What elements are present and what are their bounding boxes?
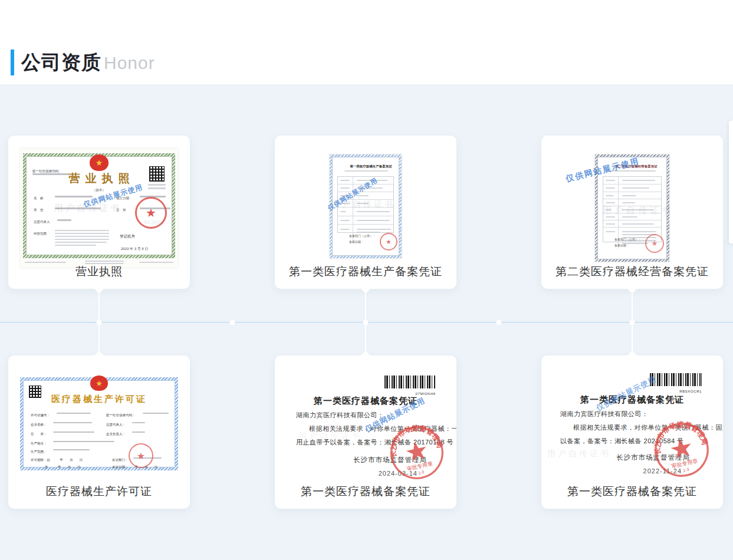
field-label: 生产地址： [31, 441, 47, 446]
field-label: 企业负责人： [106, 431, 126, 436]
business-license-image: ★ 统一社会信用代码 营业执照 （副本） 名 称 类 型 法定代表人 [20, 149, 178, 268]
certificate-caption: 第一类医疗器械生产备案凭证 [275, 264, 456, 279]
accent-bar [11, 50, 14, 75]
section-title: 公司资质 [21, 50, 101, 75]
card-production-license[interactable]: ★ 医疗器械生产许可证 许可证编号： 统一社会信用代码： 企业名称： 法定代表人… [8, 355, 190, 509]
issuer-label: 登记机关 [120, 233, 135, 239]
certificate-caption: 第一类医疗器械备案凭证 [541, 484, 723, 499]
certificate-image: 第一类医疗器械生产备案凭证 备案部门（公章）： 备案日期： [330, 154, 402, 258]
section-header: 公司资质 Honor [0, 0, 733, 84]
field-name-label: 名 称 [34, 196, 44, 200]
certificate-caption: 医疗器械生产许可证 [8, 484, 190, 499]
field-label: 住 所： [31, 431, 47, 436]
official-stamp: ★ [645, 234, 664, 253]
card-class1-filing-tourniquet[interactable]: 07MION48 第一类医疗器械备案凭证 湖南力宾医疗科技有限公司： 根据相关法… [275, 355, 456, 509]
cert-title: 第一类医疗器械备案凭证 [275, 396, 456, 407]
filing-date-label: 备案日期： [614, 241, 644, 252]
certificate-image: 第二类医疗器械经营备案凭证 [595, 154, 669, 262]
card-business-license[interactable]: ★ 统一社会信用代码 营业执照 （副本） 名 称 类 型 法定代表人 [8, 136, 190, 289]
field-label: 法定代表人： [106, 422, 126, 427]
scrollbar-thumb[interactable] [729, 121, 733, 243]
timeline-dot [630, 320, 635, 325]
cert-table [603, 176, 662, 242]
national-emblem-icon: ★ [90, 154, 109, 171]
barcode [650, 373, 702, 386]
card-class1-production-filing[interactable]: 第一类医疗器械生产备案凭证 备案部门（公章）： 备案日期： [275, 136, 456, 289]
timeline-dot [363, 320, 369, 325]
issue-date: 2023 年 3 月 9 日 [121, 246, 148, 251]
company-line: 湖南力宾医疗科技有限公司： [296, 411, 384, 420]
company-honor-page: 公司资质 Honor ★ 统一社会信用代码 营业执照 （副本） [0, 0, 733, 560]
svg-text:1-3: 1-3 [418, 470, 424, 475]
card-class2-operation-filing[interactable]: 第二类医疗器械经营备案凭证 [541, 136, 723, 289]
field-label: 生产范围： [31, 449, 47, 454]
cert-border: 第二类医疗器械经营备案凭证 [595, 154, 669, 262]
cert-table [337, 176, 394, 233]
field-label: 企业名称： [31, 422, 47, 427]
timeline-dot [97, 320, 102, 325]
card-class1-filing-fixation-strap[interactable]: RBSXOCR1 第一类医疗器械备案凭证 湖南力宾医疗科技有限公司： 根据相关法… [541, 355, 723, 509]
validity-from: 许可期限：自 年 月 日 [31, 457, 83, 462]
official-stamp: 长沙市市场监督管理局 审批专用章 1-3 [648, 416, 715, 483]
svg-text:1-3: 1-3 [682, 467, 689, 473]
field-label: 许可证编号： [31, 413, 50, 417]
cert-ornate-border: ★ 统一社会信用代码 营业执照 （副本） 名 称 类 型 法定代表人 [23, 153, 175, 258]
issue-dept-label: 发证部门： [112, 457, 129, 462]
field-rep-label: 法定代表人 [34, 219, 50, 224]
cert-title: 医疗器械生产许可证 [24, 394, 175, 405]
watermark-user-upload: 用户自传证书 [547, 449, 611, 459]
barcode [384, 375, 435, 388]
official-stamp: ★ [135, 197, 167, 229]
timeline-dot [230, 320, 235, 325]
certificate-image: ★ 医疗器械生产许可证 许可证编号： 统一社会信用代码： 企业名称： 法定代表人… [20, 377, 178, 470]
field-scope-label: 经营范围 [34, 231, 47, 236]
national-emblem-icon: ★ [90, 375, 108, 391]
filing-date-label: 备案日期： [349, 238, 379, 248]
cert-border: ★ 医疗器械生产许可证 许可证编号： 统一社会信用代码： 企业名称： 法定代表人… [20, 377, 178, 470]
cert-border: 第一类医疗器械生产备案凭证 备案部门（公章）： 备案日期： [330, 154, 402, 258]
official-stamp: 长沙市市场监督管理局 审批专用章 1-3 [384, 420, 449, 485]
company-line: 湖南力宾医疗科技有限公司： [560, 410, 649, 419]
field-founded-label: 成立日期 [116, 196, 129, 200]
watermark-display-only: 仅供网站展示使用 [594, 374, 658, 414]
field-addr-label: 住 所 [116, 207, 126, 212]
certificate-caption: 第二类医疗器械经营备案凭证 [541, 264, 723, 279]
cert-title: 第一类医疗器械备案凭证 [541, 394, 723, 406]
official-stamp: ★ [380, 233, 397, 251]
official-stamp: ★ [129, 443, 153, 468]
field-type-label: 类 型 [34, 207, 44, 212]
timeline-dot [497, 320, 502, 325]
field-label: 统一社会信用代码： [106, 413, 136, 417]
qr-code [149, 166, 165, 182]
section-subtitle: Honor [104, 51, 155, 75]
certificate-caption: 营业执照 [8, 264, 190, 279]
certificate-caption: 第一类医疗器械备案凭证 [275, 484, 456, 499]
validity-to: 至 年 月 日 [45, 465, 81, 469]
